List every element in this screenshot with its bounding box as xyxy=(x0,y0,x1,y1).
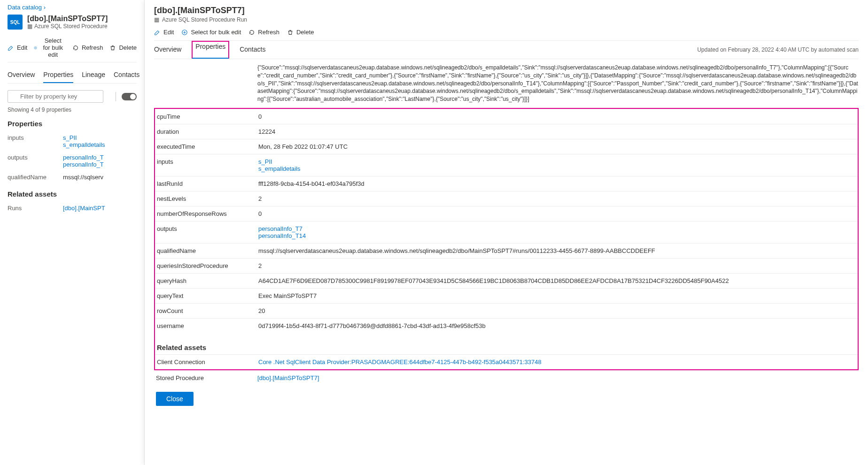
property-row: qualifiedNamemssql://sqlserv xyxy=(8,171,137,183)
detail-property-link[interactable]: s_empalldetails xyxy=(258,165,858,172)
detail-property-value: Mon, 28 Feb 2022 01:07:47 UTC xyxy=(258,143,858,150)
refresh-icon xyxy=(72,45,79,51)
detail-property-key: outputs xyxy=(155,225,258,239)
plus-circle-icon xyxy=(181,29,188,36)
asset-header: SQL [dbo].[MainSPToSPT7] ▦ Azure SQL Sto… xyxy=(8,15,137,30)
detail-property-row: cpuTime0 xyxy=(155,109,858,124)
detail-property-row: executedTimeMon, 28 Feb 2022 01:07:47 UT… xyxy=(155,139,858,154)
related-section-title: Related assets xyxy=(8,190,137,198)
divider xyxy=(116,92,116,101)
detail-property-link[interactable]: personalInfo_T7 xyxy=(258,225,858,232)
detail-related-link[interactable]: Core .Net SqlClient Data Provider:PRASAD… xyxy=(258,358,858,366)
json-blob: {"Source":"mssql://sqlserverdatascaneus2… xyxy=(154,64,859,108)
detail-related-link[interactable]: [dbo].[MainSPToSPT7] xyxy=(257,374,859,381)
breadcrumb-link[interactable]: Data catalog xyxy=(8,4,42,11)
property-row: inputss_PIIs_empalldetails xyxy=(8,131,137,151)
detail-title: [dbo].[MainSPToSPT7] xyxy=(154,6,859,15)
filter-input[interactable] xyxy=(8,90,103,103)
detail-edit-button[interactable]: Edit xyxy=(154,29,174,36)
detail-property-key: numberOfResponseRows xyxy=(155,210,258,217)
detail-tab-overview[interactable]: Overview xyxy=(154,41,181,59)
detail-property-key: cpuTime xyxy=(155,113,258,120)
left-tabs: Overview Properties Lineage Contacts Re xyxy=(8,64,137,84)
detail-property-row: queriesInStoredProcedure2 xyxy=(155,258,858,273)
trash-icon xyxy=(109,45,116,51)
detail-property-value: mssql://sqlserverdatascaneus2euap.databa… xyxy=(258,247,858,254)
detail-tab-contacts[interactable]: Contacts xyxy=(240,41,265,59)
detail-property-value: 12224 xyxy=(258,128,858,135)
detail-bulk-label: Select for bulk edit xyxy=(191,29,241,36)
left-panel: Data catalog › SQL [dbo].[MainSPToSPT7] … xyxy=(0,0,145,465)
detail-tab-properties[interactable]: Properties xyxy=(192,41,229,59)
property-value: mssql://sqlserv xyxy=(63,174,137,181)
toggle-switch[interactable] xyxy=(122,93,137,100)
detail-property-key: duration xyxy=(155,128,258,135)
highlighted-properties: cpuTime0duration12224executedTimeMon, 28… xyxy=(154,108,859,370)
detail-property-value: fff128f8-9cba-4154-b041-ef034a795f3d xyxy=(258,180,858,187)
detail-property-value: A64CD1AE7F6D9EED087D785300C9981F8919978E… xyxy=(258,277,858,284)
detail-property-row: outputspersonalInfo_T7personalInfo_T14 xyxy=(155,221,858,243)
property-link[interactable]: s_empalldetails xyxy=(63,141,137,148)
detail-property-row: numberOfResponseRows0 xyxy=(155,206,858,221)
detail-property-key: executedTime xyxy=(155,143,258,150)
detail-tabs-row: Overview Properties Contacts Updated on … xyxy=(154,41,859,59)
detail-property-key: rowCount xyxy=(155,307,258,314)
property-link[interactable]: personalInfo_T xyxy=(63,161,137,168)
refresh-label: Refresh xyxy=(82,44,103,51)
tab-properties[interactable]: Properties xyxy=(43,67,73,83)
detail-scroll[interactable]: {"Source":"mssql://sqlserverdatascaneus2… xyxy=(154,59,859,465)
detail-property-value: Exec MainSPToSPT7 xyxy=(258,292,858,299)
detail-property-value: 2 xyxy=(258,195,858,202)
property-link[interactable]: personalInfo_T xyxy=(63,154,137,161)
related-link[interactable]: [dbo].[MainSPT xyxy=(63,205,137,212)
pencil-icon xyxy=(154,29,161,36)
tab-contacts[interactable]: Contacts xyxy=(114,67,140,83)
detail-property-link[interactable]: personalInfo_T14 xyxy=(258,232,858,239)
detail-property-key: nestLevels xyxy=(155,195,258,202)
plus-circle-icon xyxy=(34,45,37,51)
detail-bulk-button[interactable]: Select for bulk edit xyxy=(181,29,241,36)
sql-icon: SQL xyxy=(8,15,23,30)
trash-icon xyxy=(287,29,294,36)
pencil-icon xyxy=(8,45,14,51)
bulk-edit-button[interactable]: Select for bulk edit xyxy=(34,37,65,58)
detail-property-row: username0d7199f4-1b5d-4f43-8f71-d777b046… xyxy=(155,318,858,333)
property-row: outputspersonalInfo_TpersonalInfo_T xyxy=(8,151,137,171)
property-count: Showing 4 of 9 properties xyxy=(8,107,137,113)
asset-subtitle: ▦ Azure SQL Stored Procedure xyxy=(27,23,108,30)
refresh-button[interactable]: Refresh xyxy=(72,44,103,51)
detail-property-row: qualifiedNamemssql://sqlserverdatascaneu… xyxy=(155,243,858,258)
breadcrumb[interactable]: Data catalog › xyxy=(8,4,137,11)
detail-property-key: queryHash xyxy=(155,277,258,284)
left-toolbar: Edit Select for bulk edit Refresh Delete xyxy=(8,33,137,62)
detail-related-row: Client ConnectionCore .Net SqlClient Dat… xyxy=(155,354,858,369)
filter-row xyxy=(8,90,137,103)
detail-edit-label: Edit xyxy=(163,29,174,36)
related-key: Runs xyxy=(8,205,59,212)
delete-button[interactable]: Delete xyxy=(109,44,137,51)
detail-property-row: duration12224 xyxy=(155,124,858,139)
edit-button[interactable]: Edit xyxy=(8,44,27,51)
detail-subtitle-text: Azure SQL Stored Procedure Run xyxy=(162,16,247,23)
close-button[interactable]: Close xyxy=(156,392,194,406)
detail-related-key: Client Connection xyxy=(155,358,258,366)
detail-property-key: username xyxy=(155,322,258,329)
tab-overview[interactable]: Overview xyxy=(8,67,35,83)
detail-property-key: queriesInStoredProcedure xyxy=(155,262,258,269)
edit-label: Edit xyxy=(17,44,27,51)
detail-refresh-button[interactable]: Refresh xyxy=(248,29,279,36)
detail-delete-button[interactable]: Delete xyxy=(287,29,314,36)
detail-delete-label: Delete xyxy=(296,29,314,36)
detail-property-value: 0 xyxy=(258,210,858,217)
detail-property-value: personalInfo_T7personalInfo_T14 xyxy=(258,225,858,239)
detail-property-link[interactable]: s_PII xyxy=(258,158,858,165)
detail-property-value: 0 xyxy=(258,113,858,120)
detail-tabs: Overview Properties Contacts xyxy=(154,41,265,59)
detail-property-value: 20 xyxy=(258,307,858,314)
detail-property-key: qualifiedName xyxy=(155,247,258,254)
property-link[interactable]: s_PII xyxy=(63,134,137,141)
asset-title: [dbo].[MainSPToSPT7] xyxy=(27,15,108,23)
detail-property-row: rowCount20 xyxy=(155,303,858,318)
detail-property-row: nestLevels2 xyxy=(155,191,858,206)
tab-lineage[interactable]: Lineage xyxy=(82,67,105,83)
